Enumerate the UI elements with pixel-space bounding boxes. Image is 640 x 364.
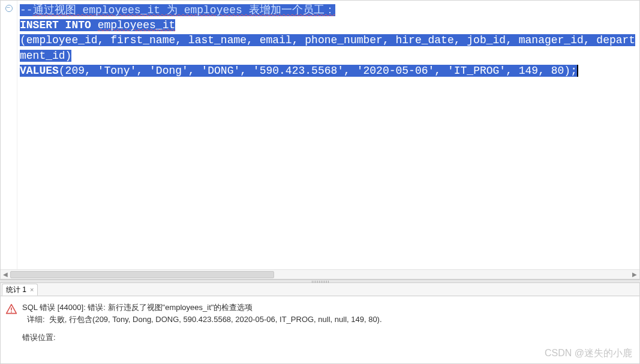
scroll-left-icon[interactable]: ◀ [1,270,10,279]
error-position-label: 错误位置: [22,332,382,343]
results-pane: 统计 1 × SQL 错误 [44000]: 错误: 新行违反了视图"emplo… [0,283,640,364]
error-text: SQL 错误 [44000]: 错误: 新行违反了视图"employees_it… [22,302,382,360]
warning-icon [5,303,17,315]
svg-point-1 [11,311,12,312]
scroll-right-icon[interactable]: ▶ [630,270,639,279]
keyword-values: VALUES [20,65,59,77]
code-area[interactable]: --通过视图 employees_it 为 employees 表增加一个员工：… [17,1,639,269]
results-tab-bar: 统计 1 × [1,283,639,296]
fold-toggle-icon[interactable] [5,5,13,12]
error-detail: 详细: 失败, 行包含(209, Tony, Dong, DONG, 590.4… [27,314,382,325]
horizontal-scrollbar[interactable]: ◀ ▶ [1,269,639,279]
table-name: employees_it [98,19,176,31]
editor-content: --通过视图 employees_it 为 employees 表增加一个员工：… [1,1,639,269]
code-comment: --通过视图 employees_it 为 employees 表增加一个员工： [20,4,335,16]
editor-gutter [1,1,17,269]
keyword-insert: INSERT INTO [20,19,91,31]
sql-editor-pane: --通过视图 employees_it 为 employees 表增加一个员工：… [0,0,640,279]
error-message: SQL 错误 [44000]: 错误: 新行违反了视图"employees_it… [22,302,382,313]
close-icon[interactable]: × [30,286,34,293]
column-list: (employee_id, first_name, last_name, ema… [20,34,635,61]
error-body: SQL 错误 [44000]: 错误: 新行违反了视图"employees_it… [1,296,639,363]
tab-label: 统计 1 [6,285,26,295]
scroll-thumb[interactable] [10,271,274,278]
tab-statistics-1[interactable]: 统计 1 × [2,284,38,296]
values-list: (209, 'Tony', 'Dong', 'DONG', '590.423.5… [59,65,578,77]
